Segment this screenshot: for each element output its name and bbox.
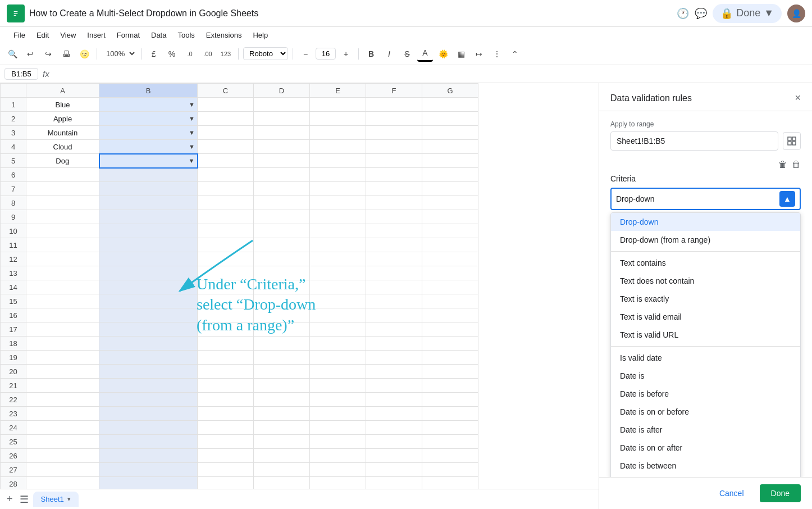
merge-button[interactable]: ↦ [471,46,487,62]
menu-extensions[interactable]: Extensions [202,29,247,41]
cell-b15[interactable] [99,294,198,308]
cell-D11[interactable] [254,238,310,252]
cell-G26[interactable] [422,449,478,463]
cell-G9[interactable] [422,210,478,224]
cell-G25[interactable] [422,435,478,449]
cell-a25[interactable] [26,435,99,449]
cell-C18[interactable] [198,337,254,351]
cell-D23[interactable] [254,407,310,421]
more-toolbar[interactable]: ⋮ [489,46,505,62]
dropdown-item-date-is[interactable]: Date is [611,367,800,385]
cell-D24[interactable] [254,421,310,435]
cell-E17[interactable] [310,322,366,337]
cell-a12[interactable] [26,252,99,266]
cell-F12[interactable] [366,252,422,266]
cell-D2[interactable] [254,112,310,126]
cell-C6[interactable] [198,168,254,182]
cell-G19[interactable] [422,351,478,365]
menu-view[interactable]: View [56,29,80,41]
cell-F5[interactable] [366,154,422,168]
cell-C17[interactable] [198,322,254,337]
cell-b4[interactable]: ▼ [99,140,198,154]
cell-C13[interactable] [198,266,254,280]
cell-D17[interactable] [254,322,310,337]
formula-input[interactable] [54,70,808,78]
cell-D21[interactable] [254,379,310,393]
dropdown-item-date-is-before[interactable]: Date is before [611,385,800,403]
cell-D8[interactable] [254,196,310,210]
cell-C22[interactable] [198,393,254,407]
cell-C19[interactable] [198,351,254,365]
cell-E21[interactable] [310,379,366,393]
cell-E11[interactable] [310,238,366,252]
cell-C15[interactable] [198,294,254,308]
text-color-button[interactable]: A [417,46,433,62]
cell-F19[interactable] [366,351,422,365]
undo-button[interactable]: ↩ [22,46,38,62]
cell-C2[interactable] [198,112,254,126]
cell-b6[interactable] [99,168,198,182]
dropdown-item-text-does-not-contain[interactable]: Text does not contain [611,272,800,290]
cell-E24[interactable] [310,421,366,435]
cell-F9[interactable] [366,210,422,224]
cell-G13[interactable] [422,266,478,280]
cell-F27[interactable] [366,463,422,477]
cell-b14[interactable] [99,280,198,294]
cell-E26[interactable] [310,449,366,463]
cell-a7[interactable] [26,182,99,196]
cell-G2[interactable] [422,112,478,126]
cell-C12[interactable] [198,252,254,266]
cell-G22[interactable] [422,393,478,407]
cell-a24[interactable] [26,421,99,435]
menu-data[interactable]: Data [147,29,171,41]
history-icon[interactable]: 🕐 [677,7,689,20]
cell-reference-input[interactable] [4,68,38,80]
cell-b19[interactable] [99,351,198,365]
cell-C20[interactable] [198,365,254,379]
cell-b23[interactable] [99,407,198,421]
cell-D9[interactable] [254,210,310,224]
cell-F7[interactable] [366,182,422,196]
cell-F24[interactable] [366,421,422,435]
cancel-button[interactable]: Cancel [708,484,755,502]
collapse-toolbar[interactable]: ⌃ [507,46,523,62]
cell-G21[interactable] [422,379,478,393]
menu-insert[interactable]: Insert [83,29,110,41]
print-button[interactable]: 🖶 [58,46,74,62]
menu-help[interactable]: Help [248,29,272,41]
col-header-g[interactable]: G [422,84,478,98]
cell-G14[interactable] [422,280,478,294]
cell-C4[interactable] [198,140,254,154]
redo-button[interactable]: ↪ [40,46,56,62]
cell-b9[interactable] [99,210,198,224]
dropdown-item-date-is-between[interactable]: Date is between [611,457,800,475]
menu-format[interactable]: Format [112,29,144,41]
cell-F23[interactable] [366,407,422,421]
cell-G8[interactable] [422,196,478,210]
cell-b7[interactable] [99,182,198,196]
cell-G10[interactable] [422,224,478,238]
delete-rule-button-2[interactable]: 🗑 [792,160,801,170]
cell-D19[interactable] [254,351,310,365]
range-input[interactable] [610,131,778,151]
cell-a3[interactable]: Mountain [26,126,99,140]
cell-G7[interactable] [422,182,478,196]
cell-b3[interactable]: ▼ [99,126,198,140]
cell-G15[interactable] [422,294,478,308]
criteria-dropdown[interactable]: Drop-down ▲ [610,188,801,210]
cell-E22[interactable] [310,393,366,407]
cell-G24[interactable] [422,421,478,435]
cell-F1[interactable] [366,98,422,112]
cell-G28[interactable] [422,477,478,489]
cell-E27[interactable] [310,463,366,477]
cell-D25[interactable] [254,435,310,449]
cell-G5[interactable] [422,154,478,168]
cell-G1[interactable] [422,98,478,112]
dropdown-item-drop-down-(from-a-range)[interactable]: Drop-down (from a range) [611,231,800,249]
menu-tools[interactable]: Tools [173,29,199,41]
cell-E16[interactable] [310,308,366,322]
cell-E5[interactable] [310,154,366,168]
cell-F28[interactable] [366,477,422,489]
cell-D13[interactable] [254,266,310,280]
done-button[interactable]: Done [760,484,801,502]
